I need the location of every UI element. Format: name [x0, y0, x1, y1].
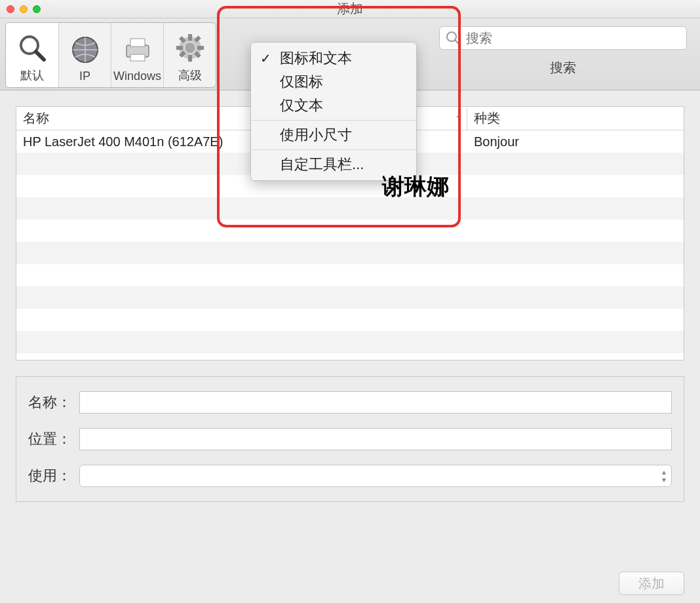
menu-label: 仅图标 — [280, 72, 323, 92]
search-icon — [446, 31, 460, 45]
label-use: 使用： — [28, 466, 79, 486]
annotation-author: 谢琳娜 — [382, 172, 449, 202]
toolbar-tabs: 默认 IP Windows 高级 — [5, 22, 216, 88]
window-titlebar: 添加 — [0, 0, 700, 18]
tab-default[interactable]: 默认 — [6, 23, 58, 87]
menu-text-only[interactable]: 仅文本 — [251, 94, 416, 117]
traffic-lights — [7, 5, 41, 13]
window-title: 添加 — [337, 0, 363, 18]
location-input[interactable] — [79, 428, 672, 450]
stepper-arrows-icon: ▴▾ — [662, 468, 666, 484]
column-label: 名称 — [23, 109, 49, 127]
list-row — [16, 331, 684, 353]
search-input[interactable] — [439, 26, 687, 50]
menu-icon-and-text[interactable]: ✓ 图标和文本 — [251, 47, 416, 70]
zoom-button[interactable] — [33, 5, 41, 13]
svg-line-17 — [455, 40, 459, 44]
label-name: 名称： — [28, 393, 79, 412]
minimize-button[interactable] — [20, 5, 28, 13]
tab-advanced[interactable]: 高级 — [163, 23, 216, 87]
close-button[interactable] — [7, 5, 14, 13]
list-row — [16, 286, 684, 309]
cell-kind: Bonjour — [467, 134, 684, 149]
add-button[interactable]: 添加 — [619, 572, 684, 595]
svg-line-1 — [36, 52, 44, 60]
label-location: 位置： — [28, 429, 79, 449]
menu-label: 自定工具栏... — [280, 155, 364, 174]
list-row — [16, 220, 684, 242]
column-label: 种类 — [474, 109, 500, 127]
menu-use-small-size[interactable]: 使用小尺寸 — [251, 123, 416, 147]
menu-label: 使用小尺寸 — [280, 125, 352, 145]
gear-icon — [173, 31, 207, 65]
svg-rect-4 — [130, 39, 145, 47]
sort-ascending-icon: ⌃ — [451, 113, 467, 124]
name-input[interactable] — [79, 391, 672, 414]
list-row — [16, 309, 684, 331]
tab-windows[interactable]: Windows — [111, 23, 163, 87]
globe-icon — [68, 33, 102, 67]
tab-label: 高级 — [178, 68, 202, 83]
toolbar-search-group: 搜索 — [439, 22, 695, 77]
tab-ip[interactable]: IP — [58, 23, 111, 87]
search-label: 搜索 — [550, 59, 576, 77]
svg-point-6 — [185, 43, 195, 53]
toolbar-context-menu[interactable]: ✓ 图标和文本 仅图标 仅文本 使用小尺寸 自定工具栏... — [250, 42, 417, 181]
tab-label: Windows — [113, 69, 161, 83]
printer-icon — [121, 33, 155, 67]
column-header-kind[interactable]: 种类 — [467, 107, 684, 130]
tab-label: IP — [79, 69, 90, 83]
list-row — [16, 264, 684, 286]
magnifier-icon — [15, 31, 49, 65]
checkmark-icon: ✓ — [260, 50, 271, 66]
use-select[interactable]: ▴▾ — [79, 465, 672, 487]
menu-icon-only[interactable]: 仅图标 — [251, 70, 416, 94]
menu-label: 仅文本 — [280, 96, 323, 115]
svg-rect-5 — [130, 54, 145, 61]
details-form: 名称： 位置： 使用： ▴▾ — [16, 376, 684, 502]
tab-label: 默认 — [20, 68, 44, 83]
list-row — [16, 197, 684, 220]
list-row — [16, 242, 684, 264]
menu-separator — [251, 120, 416, 121]
menu-separator — [251, 149, 416, 150]
menu-label: 图标和文本 — [280, 49, 352, 68]
